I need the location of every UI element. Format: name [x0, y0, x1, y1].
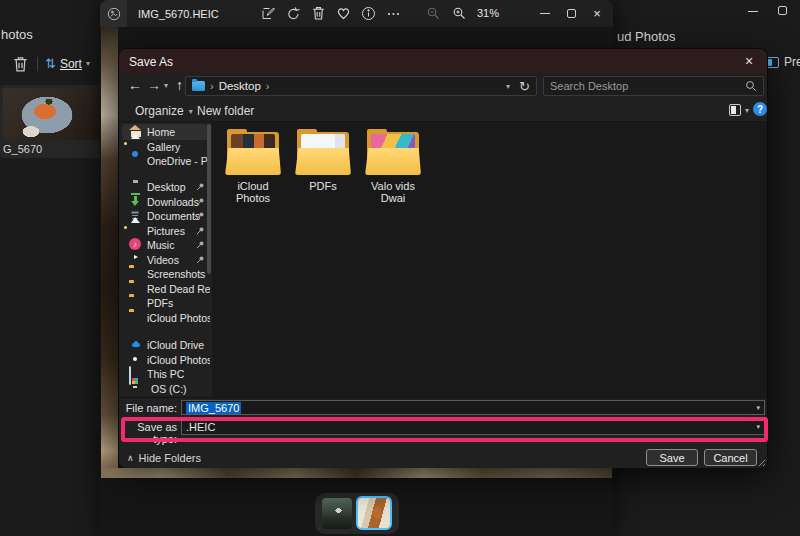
chevron-down-icon[interactable]: ▾ [756, 423, 760, 431]
music-icon: ♪ [129, 238, 141, 250]
hide-folders-button[interactable]: ∧ Hide Folders [127, 452, 201, 464]
pin-icon [196, 226, 205, 235]
save-as-dialog: Save As × ← → ▾ ↑ › Desktop › ▾ ↻ Organi… [118, 48, 768, 468]
pin-icon [196, 255, 205, 264]
sidebar-item-onedrive[interactable]: OneDrive - Person [119, 154, 212, 168]
zoom-in-icon[interactable] [451, 5, 467, 21]
cancel-button[interactable]: Cancel [704, 449, 757, 466]
pin-icon [196, 211, 205, 220]
pin-icon [196, 197, 205, 206]
rotate-icon[interactable] [285, 5, 301, 21]
minimize-icon[interactable] [532, 0, 558, 27]
file-name-value: IMG_5670 [186, 402, 241, 414]
photo-canvas-sliver [101, 27, 118, 468]
sort-arrows-icon: ⇅ [45, 56, 56, 71]
photo-card-label: G_5670 [3, 143, 42, 155]
background-header-fragment-right: ud Photos [617, 29, 676, 44]
close-icon[interactable]: × [745, 53, 753, 69]
folder-item-icloud-photos[interactable]: iCloud Photos [221, 129, 285, 204]
screen: hotos ud Photos ⇅ Sort ▾ Pre G_5670 IMG_… [0, 0, 800, 536]
minimize-icon[interactable] [748, 11, 758, 12]
file-list-area: iCloud Photos PDFs Valo vids Dwai [212, 122, 767, 397]
toolbar-divider [37, 57, 38, 71]
search-input[interactable] [550, 80, 745, 92]
folder-icon [192, 81, 205, 91]
sidebar-item-os-c[interactable]: OS (C:) [119, 382, 212, 396]
more-icon[interactable] [385, 5, 401, 21]
folder-icon [365, 129, 421, 175]
search-box[interactable] [543, 76, 764, 96]
info-icon[interactable] [360, 5, 376, 21]
organize-button[interactable]: Organize ▾ [135, 104, 193, 118]
preview-pane-label: Pre [784, 55, 800, 69]
maximize-icon[interactable] [778, 6, 787, 15]
folder-icon [295, 129, 351, 175]
photo-canvas-strip [101, 468, 612, 478]
save-button[interactable]: Save [646, 449, 698, 466]
photos-app-icon [100, 0, 127, 27]
trash-icon[interactable] [13, 56, 28, 72]
back-icon[interactable]: ← [128, 77, 142, 93]
address-bar[interactable]: › Desktop › ▾ ↻ [185, 76, 537, 96]
sidebar-item-icloud-photos[interactable]: iCloud Photos [119, 353, 212, 367]
breadcrumb-separator: › [266, 80, 270, 92]
save-as-type-label: Save as type: [119, 421, 177, 445]
address-dropdown-chevron-icon[interactable]: ▾ [506, 82, 510, 91]
refresh-icon[interactable]: ↻ [519, 79, 530, 94]
photo-grid-item[interactable]: G_5670 [0, 85, 106, 158]
filmstrip-thumbnail-selected[interactable] [356, 496, 392, 530]
pin-icon [196, 182, 205, 191]
save-as-type-value: .HEIC [186, 421, 215, 433]
view-options-button[interactable]: ▾ [729, 104, 749, 116]
sidebar-item-desktop[interactable]: Desktop [119, 180, 212, 194]
recent-locations-chevron-icon[interactable]: ▾ [164, 81, 168, 90]
photo-thumbnail [3, 88, 103, 140]
chevron-down-icon: ▾ [189, 107, 193, 116]
caret-up-icon: ∧ [127, 453, 134, 463]
sidebar-item-pictures[interactable]: Pictures [119, 224, 212, 238]
help-button[interactable]: ? [753, 102, 767, 116]
hide-folders-label: Hide Folders [139, 452, 201, 464]
sort-button[interactable]: ⇅ Sort ▾ [45, 56, 90, 71]
dialog-title: Save As [129, 55, 173, 69]
folder-icon [225, 129, 281, 175]
viewer-titlebar: IMG_5670.HEIC [100, 0, 613, 27]
pin-icon [196, 240, 205, 249]
chevron-down-icon: ▾ [86, 59, 90, 68]
zoom-out-icon[interactable] [425, 5, 441, 21]
breadcrumb-location[interactable]: Desktop [219, 80, 261, 92]
delete-icon[interactable] [310, 5, 326, 21]
sidebar-item-music[interactable]: ♪ Music [119, 238, 212, 252]
sort-label: Sort [60, 57, 82, 71]
preview-pane-button[interactable]: Pre [766, 55, 800, 69]
sidebar-scrollbar[interactable] [207, 124, 211, 274]
sidebar-item-icloud-drive[interactable]: iCloud Drive [119, 338, 212, 352]
new-folder-button[interactable]: New folder [197, 104, 254, 118]
maximize-icon[interactable] [558, 0, 584, 27]
filmstrip [315, 493, 399, 534]
viewer-title: IMG_5670.HEIC [138, 8, 219, 20]
folder-item-pdfs[interactable]: PDFs [291, 129, 355, 192]
sidebar-item-pdfs[interactable]: PDFs [119, 296, 212, 310]
view-options-icon [729, 104, 741, 116]
edit-icon[interactable] [260, 5, 276, 21]
file-name-input[interactable]: IMG_5670 ▾ [181, 400, 765, 415]
sidebar-item-downloads[interactable]: Downloads [119, 195, 212, 209]
sidebar-item-screenshots[interactable]: Screenshots [119, 267, 212, 281]
sidebar-item-icloud-photos-folder[interactable]: iCloud Photos [119, 311, 212, 325]
forward-icon[interactable]: → [147, 77, 161, 93]
filmstrip-thumbnail[interactable] [322, 498, 352, 529]
up-icon[interactable]: ↑ [176, 77, 183, 93]
background-header-fragment-left: hotos [1, 27, 33, 42]
search-icon [745, 80, 757, 92]
close-icon[interactable]: × [584, 0, 610, 27]
breadcrumb-separator: › [210, 80, 214, 92]
folder-item-valo-vids-dwai[interactable]: Valo vids Dwai [361, 129, 425, 204]
chevron-down-icon: ▾ [745, 106, 749, 115]
favorite-icon[interactable] [335, 5, 351, 21]
chevron-down-icon[interactable]: ▾ [756, 404, 760, 412]
file-name-label: File name: [119, 402, 177, 414]
dialog-sidebar: Home Gallery OneDrive - Person Desktop D… [119, 122, 212, 397]
save-as-type-select[interactable]: .HEIC ▾ [181, 419, 765, 435]
organize-label: Organize [135, 104, 184, 118]
